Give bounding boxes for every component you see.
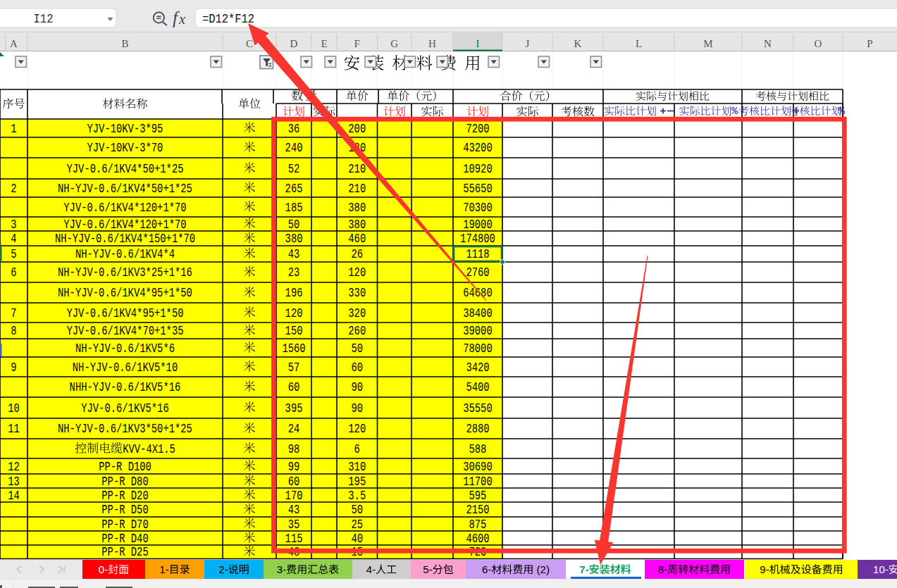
svg-text:25: 25 [351,518,363,532]
svg-text:260: 260 [348,324,366,338]
svg-text:4: 4 [11,232,16,246]
svg-text:320: 320 [348,306,366,320]
svg-text:380: 380 [348,201,366,215]
svg-text:11700: 11700 [463,475,493,489]
svg-text:36: 36 [288,122,300,136]
svg-text:I12: I12 [34,12,54,26]
svg-text:NH-YJV-0.6/1KV5*10: NH-YJV-0.6/1KV5*10 [73,361,178,375]
svg-text:60: 60 [288,475,300,489]
svg-text:%: % [839,106,846,118]
svg-text:PP-R D80: PP-R D80 [101,475,148,489]
svg-text:I: I [476,38,480,49]
svg-text:24: 24 [288,422,300,436]
svg-text:YJV-0.6/1KV4*120+1*70: YJV-0.6/1KV4*120+1*70 [63,201,186,215]
svg-text:55650: 55650 [463,182,493,196]
svg-text:39000: 39000 [463,324,493,338]
svg-text:13: 13 [8,475,20,489]
svg-text:NH-YJV-0.6/1KV3*25+1*16: NH-YJV-0.6/1KV3*25+1*16 [58,265,192,280]
svg-text:PP-R D40: PP-R D40 [101,532,148,546]
svg-text:x: x [178,11,185,27]
svg-text:120: 120 [285,306,303,320]
svg-text:3.5: 3.5 [348,489,366,503]
svg-text:NH-YJV-0.6/1KV5*6: NH-YJV-0.6/1KV5*6 [75,342,175,356]
svg-text:43: 43 [288,247,300,261]
svg-text:35: 35 [288,518,300,532]
svg-text:57: 57 [288,361,300,375]
svg-text:YJV-0.6/1KV4*50+1*25: YJV-0.6/1KV4*50+1*25 [67,162,184,176]
svg-text:YJV-0.6/1KV4*95+1*50: YJV-0.6/1KV4*95+1*50 [67,306,184,320]
svg-text:5400: 5400 [466,380,489,394]
svg-text:10-: 10- [873,563,889,575]
svg-text:875: 875 [469,518,487,532]
svg-text:M: M [703,38,712,49]
svg-text:595: 595 [469,489,487,503]
svg-text:E: E [321,38,327,49]
svg-text:170: 170 [285,489,303,503]
svg-text:PP-R D25: PP-R D25 [101,545,148,559]
svg-text:210: 210 [348,182,366,196]
svg-text:2880: 2880 [466,422,489,436]
svg-text:(2): (2) [533,563,550,575]
svg-text:F: F [354,38,360,49]
svg-text:380: 380 [285,232,303,246]
svg-text:26: 26 [351,247,363,261]
svg-text:NH-YJV-0.6/1KV4*4: NH-YJV-0.6/1KV4*4 [75,247,175,261]
svg-text:150: 150 [285,324,303,338]
svg-text:YJV-10KV-3*95: YJV-10KV-3*95 [87,122,163,136]
svg-text:115: 115 [285,532,303,546]
svg-text:90: 90 [351,380,363,394]
svg-text:50: 50 [351,503,363,517]
svg-text:60: 60 [288,380,300,394]
svg-text:8-: 8- [658,563,667,575]
svg-text:NH-YJV-0.6/1KV4*50+1*25: NH-YJV-0.6/1KV4*50+1*25 [58,182,192,196]
svg-text:YJV-0.6/1KV4*70+1*35: YJV-0.6/1KV4*70+1*35 [67,324,184,338]
svg-text:43200: 43200 [463,141,493,155]
svg-text:174800: 174800 [460,232,495,246]
svg-text:2: 2 [11,182,16,196]
svg-text:3420: 3420 [466,361,489,375]
svg-text:120: 120 [348,265,366,280]
svg-text:6: 6 [11,265,16,280]
svg-text:C: C [246,38,253,49]
svg-text:52: 52 [288,162,300,176]
svg-text:G: G [390,38,398,49]
svg-text:5-: 5- [423,563,432,575]
svg-text:99: 99 [288,460,300,474]
svg-text:310: 310 [348,460,366,474]
svg-text:50: 50 [351,342,363,356]
svg-text:1: 1 [11,122,16,136]
svg-text:50: 50 [288,218,300,232]
svg-text:35550: 35550 [463,401,493,415]
svg-text:2150: 2150 [466,503,489,517]
svg-text:14: 14 [8,489,20,503]
svg-text:O: O [815,38,822,49]
svg-text:1-: 1- [159,563,168,575]
svg-text:265: 265 [285,182,303,196]
svg-text:H: H [428,38,436,49]
svg-text:78000: 78000 [463,342,493,356]
svg-text:7-: 7- [579,563,588,575]
svg-text:196: 196 [285,286,303,300]
svg-text:200: 200 [348,122,366,136]
svg-text:NH-YJV-0.6/1KV4*95+1*50: NH-YJV-0.6/1KV4*95+1*50 [58,286,192,300]
svg-text:395: 395 [285,401,303,415]
svg-text:11: 11 [8,422,20,436]
svg-text:60: 60 [351,361,363,375]
svg-text:64680: 64680 [463,286,493,300]
svg-text:240: 240 [285,141,303,155]
svg-text:KVV-4X1.5: KVV-4X1.5 [123,442,175,456]
svg-text:6-: 6- [482,563,491,575]
svg-text:L: L [636,38,642,49]
svg-text:%: % [731,106,738,118]
svg-text:19000: 19000 [463,218,493,232]
svg-text:380: 380 [348,218,366,232]
svg-text:A: A [10,38,18,49]
svg-text:38400: 38400 [463,306,493,320]
svg-text:9-: 9- [760,563,769,575]
svg-text:185: 185 [285,201,303,215]
svg-text:=D12*F12: =D12*F12 [202,11,254,27]
svg-text:8: 8 [11,324,16,338]
svg-text:10920: 10920 [463,162,493,176]
svg-text:120: 120 [348,422,366,436]
svg-text:90: 90 [351,401,363,415]
